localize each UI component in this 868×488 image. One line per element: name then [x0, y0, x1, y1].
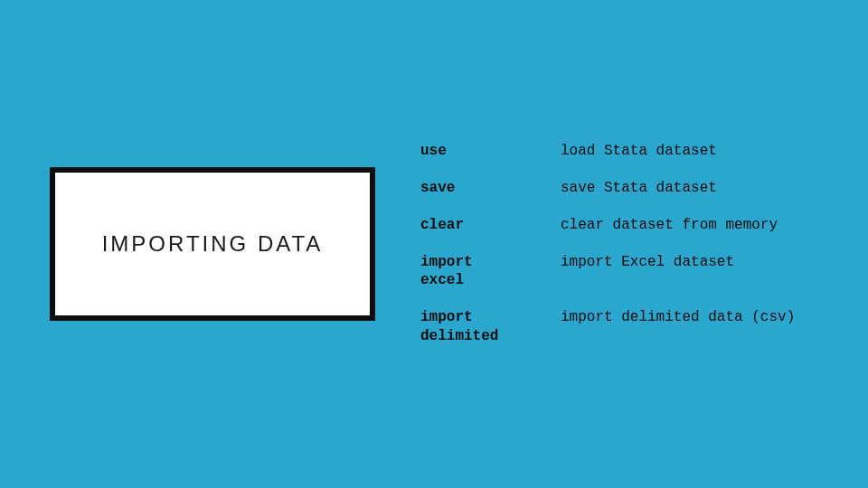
slide-title: IMPORTING DATA [102, 231, 324, 257]
table-row: import excel import Excel dataset [420, 244, 832, 300]
command-desc: clear dataset from memory [561, 207, 832, 244]
command-desc: import Excel dataset [561, 244, 832, 300]
slide: IMPORTING DATA use load Stata dataset sa… [0, 133, 868, 355]
table-row: import delimited import delimited data (… [420, 299, 832, 355]
command-name: import delimited [420, 299, 561, 355]
table-row: use load Stata dataset [420, 133, 832, 170]
command-desc: load Stata dataset [561, 133, 832, 170]
table-row: clear clear dataset from memory [420, 207, 832, 244]
command-table: use load Stata dataset save save Stata d… [420, 133, 832, 355]
command-desc: save Stata dataset [561, 170, 832, 207]
table-row: save save Stata dataset [420, 170, 832, 207]
command-desc: import delimited data (csv) [561, 299, 832, 355]
command-name: clear [420, 207, 561, 244]
command-name: import excel [420, 244, 561, 300]
command-name: save [420, 170, 561, 207]
command-name: use [420, 133, 561, 170]
title-box: IMPORTING DATA [50, 167, 375, 321]
